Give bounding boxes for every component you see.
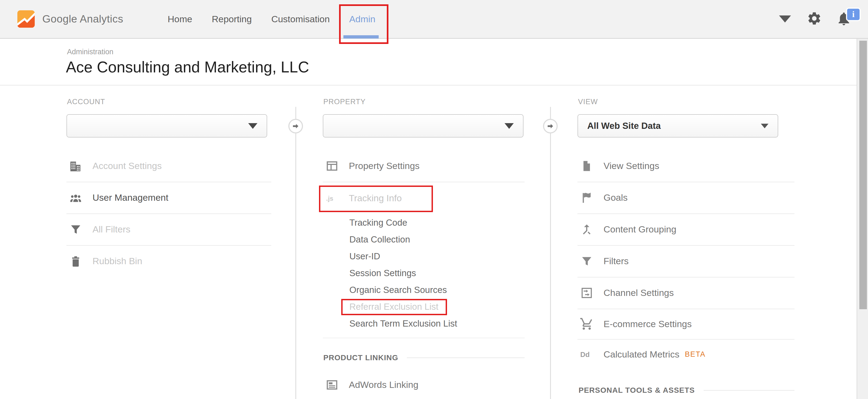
account-item-label: User Management <box>93 192 168 203</box>
account-item-account-settings[interactable]: Account Settings <box>66 150 271 182</box>
subitem-label: Referral Exclusion List <box>349 302 438 312</box>
subitem-tracking-code[interactable]: Tracking Code <box>349 214 407 231</box>
property-item-label: Property Settings <box>349 160 420 171</box>
view-item-view-settings[interactable]: View Settings <box>578 150 795 182</box>
view-item-label: Calculated Metrics <box>603 349 680 360</box>
nav-item-customisation[interactable]: Customisation <box>271 14 330 24</box>
divider <box>296 107 296 399</box>
article-icon <box>323 378 349 392</box>
account-column-label: ACCOUNT <box>67 98 105 106</box>
people-icon <box>66 191 93 205</box>
view-item-content-grouping[interactable]: Content Grouping <box>578 213 795 245</box>
page-title: Ace Consulting and Marketing, LLC <box>66 58 309 76</box>
account-item-rubbish-bin[interactable]: Rubbish Bin <box>66 245 271 277</box>
funnel-icon <box>578 254 603 268</box>
account-item-all-filters[interactable]: All Filters <box>66 213 271 245</box>
view-item-label: Channel Settings <box>603 287 674 298</box>
subitem-label: User-ID <box>349 251 380 262</box>
view-column-label: VIEW <box>578 98 598 106</box>
file-icon <box>578 159 603 173</box>
channel-icon <box>578 286 603 300</box>
divider <box>407 358 525 358</box>
account-item-label: Account Settings <box>93 160 162 171</box>
view-item-label: View Settings <box>603 160 659 171</box>
settings-gear-icon[interactable] <box>807 11 822 26</box>
chevron-down-icon <box>504 123 514 129</box>
view-item-label: Filters <box>603 256 629 266</box>
subitem-data-collection[interactable]: Data Collection <box>349 231 410 248</box>
property-item-property-settings[interactable]: Property Settings <box>323 150 525 182</box>
property-item-label: Tracking Info <box>349 193 402 204</box>
beta-badge: BETA <box>685 350 706 359</box>
section-title: PERSONAL TOOLS & ASSETS <box>579 386 695 395</box>
subitem-session-settings[interactable]: Session Settings <box>349 265 416 281</box>
browser-window-icon <box>323 159 349 173</box>
divider <box>0 85 857 86</box>
subitem-label: Search Term Exclusion List <box>349 318 457 329</box>
scrollbar-thumb[interactable] <box>859 41 867 309</box>
account-item-user-management[interactable]: User Management <box>66 182 271 213</box>
trash-icon <box>66 254 93 268</box>
breadcrumb: Administration <box>67 48 113 56</box>
subitem-label: Data Collection <box>349 234 410 245</box>
subitem-label: Session Settings <box>349 268 416 278</box>
flow-arrow-icon <box>543 119 558 133</box>
property-selector-dropdown[interactable] <box>323 114 524 137</box>
subitem-label: Organic Search Sources <box>349 285 447 295</box>
chevron-down-icon <box>248 123 257 129</box>
view-item-label: E-commerce Settings <box>603 319 692 329</box>
brand[interactable]: Google Analytics <box>18 10 123 28</box>
top-navigation-bar: Google Analytics Home Reporting Customis… <box>0 0 868 39</box>
cart-icon <box>578 317 603 331</box>
svg-text:Dd: Dd <box>580 350 590 359</box>
flow-arrow-icon <box>288 119 303 133</box>
view-item-ecommerce-settings[interactable]: E-commerce Settings <box>578 309 795 339</box>
divider <box>704 390 795 391</box>
view-selector-value: All Web Site Data <box>587 121 661 131</box>
account-item-label: All Filters <box>93 224 130 235</box>
divider <box>323 338 525 338</box>
view-item-calculated-metrics[interactable]: Dd Calculated Metrics BETA <box>578 339 795 369</box>
subitem-referral-exclusion-list[interactable]: Referral Exclusion List <box>349 298 438 315</box>
admin-tab-active-underline <box>343 35 379 38</box>
notification-count-badge[interactable]: i <box>846 8 861 21</box>
nav-item-admin[interactable]: Admin <box>349 14 375 24</box>
view-item-goals[interactable]: Goals <box>578 182 795 213</box>
building-icon <box>66 159 93 173</box>
main-nav: Home Reporting Customisation Admin <box>167 0 375 38</box>
subitem-search-term-exclusion-list[interactable]: Search Term Exclusion List <box>349 315 457 332</box>
view-item-channel-settings[interactable]: Channel Settings <box>578 277 795 309</box>
merge-icon <box>578 222 603 237</box>
flag-icon <box>578 191 603 205</box>
nav-item-home[interactable]: Home <box>167 14 192 24</box>
js-icon: .js <box>323 191 349 205</box>
view-item-label: Goals <box>603 192 628 203</box>
property-item-adwords-linking[interactable]: AdWords Linking <box>323 369 525 399</box>
view-item-label: Content Grouping <box>603 224 676 235</box>
property-column-label: PROPERTY <box>323 98 366 106</box>
svg-text:.js: .js <box>326 195 333 202</box>
account-selector-dropdown[interactable] <box>66 114 267 137</box>
subitem-label: Tracking Code <box>349 218 407 228</box>
property-item-label: AdWords Linking <box>349 379 418 390</box>
view-selector-dropdown[interactable]: All Web Site Data <box>578 114 778 137</box>
funnel-icon <box>66 222 93 237</box>
divider <box>550 107 551 399</box>
ga-admin-page: Google Analytics Home Reporting Customis… <box>0 0 868 399</box>
account-item-label: Rubbish Bin <box>93 256 142 266</box>
brand-name: Google Analytics <box>42 13 123 25</box>
nav-item-reporting[interactable]: Reporting <box>212 14 252 24</box>
chevron-down-icon <box>761 124 769 128</box>
product-linking-section-header: PRODUCT LINKING <box>323 354 525 362</box>
section-title: PRODUCT LINKING <box>323 354 398 362</box>
subitem-organic-search-sources[interactable]: Organic Search Sources <box>349 281 447 298</box>
property-item-tracking-info[interactable]: .js Tracking Info <box>323 182 525 214</box>
dd-icon: Dd <box>578 347 603 361</box>
subitem-user-id[interactable]: User-ID <box>349 248 380 265</box>
scrollbar[interactable] <box>857 39 868 399</box>
account-chooser-caret-icon[interactable] <box>779 16 791 23</box>
personal-tools-section-header: PERSONAL TOOLS & ASSETS <box>579 386 795 395</box>
view-item-filters[interactable]: Filters <box>578 245 795 277</box>
google-analytics-logo-icon <box>18 10 35 28</box>
